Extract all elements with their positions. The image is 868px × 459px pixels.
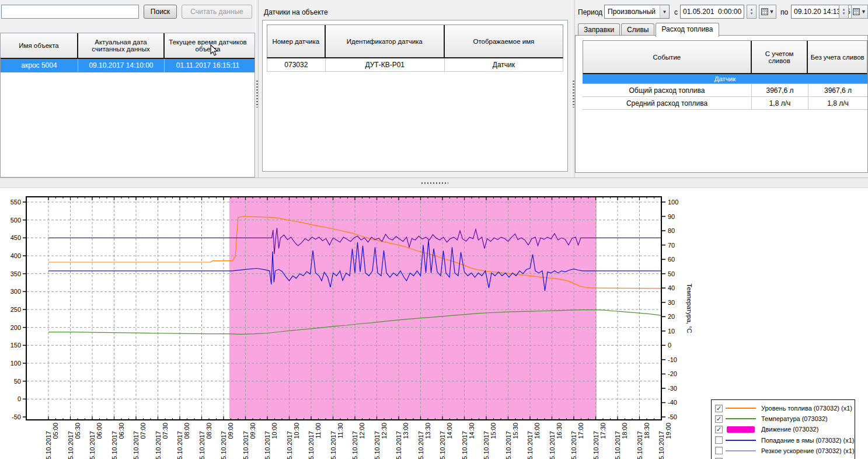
x-tick-label: 05.10.201710:00 (264, 423, 278, 459)
right-axis-title: Температура, °C (686, 283, 693, 333)
svg-text:150: 150 (11, 342, 21, 349)
with-drains-cell: 1,8 л/ч (752, 97, 808, 110)
from-calendar-button[interactable]: ▼ (759, 5, 776, 19)
object-name-cell: акрос 5004 (1, 59, 78, 72)
search-input[interactable] (1, 5, 139, 19)
x-tick-label: 05.10.201711:00 (308, 423, 322, 459)
to-date-spinner[interactable]: ▲▼ (839, 5, 849, 19)
legend-checkbox[interactable] (715, 436, 723, 444)
svg-text:-10: -10 (668, 356, 677, 363)
fuel-average-row[interactable]: Средний расход топлива 1,8 л/ч 1,8 л/ч (583, 97, 867, 110)
svg-text:100: 100 (11, 360, 21, 367)
column-header-sensor-id[interactable]: Идентификатор датчика (326, 25, 445, 57)
fuel-tab-content: Событие С учетом сливов Без учета сливов… (575, 35, 868, 173)
x-tick-label: 05.10.201707:00 (133, 423, 147, 459)
svg-text:70: 70 (668, 242, 675, 249)
x-tick-label: 05.10.201718:30 (636, 423, 650, 459)
sensors-panel: Датчики на объекте Номер датчика Идентиф… (259, 0, 571, 178)
x-tick-label: 05.10.201712:30 (374, 423, 388, 459)
chart-legend: ✓Уровень топлива (073032) (x1)✓Температу… (711, 399, 855, 459)
svg-text:100: 100 (668, 199, 678, 206)
sensor-id-cell: ДУТ-КВ-Р01 (326, 58, 445, 72)
movement-region (229, 197, 597, 419)
sensors-table-header: Номер датчика Идентификатор датчика Отоб… (267, 25, 563, 58)
legend-item: Резкое ускорение (073032) (x1) (715, 446, 851, 456)
legend-label: Резкое ускорение (073032) (x1) (759, 447, 855, 454)
tab-drains[interactable]: Сливы (621, 23, 654, 36)
svg-text:-20: -20 (668, 370, 677, 377)
legend-checkbox[interactable]: ✓ (715, 415, 723, 423)
svg-text:0: 0 (668, 342, 671, 349)
svg-text:0: 0 (18, 395, 21, 402)
column-header-object-name[interactable]: Имя объекта (1, 33, 78, 58)
x-tick-label: 05.10.201719:00 (658, 423, 672, 459)
without-drains-cell: 1,8 л/ч (808, 97, 867, 110)
svg-text:350: 350 (11, 270, 21, 277)
object-sensor-time-cell: 01.11.2017 16:15:11 (165, 59, 251, 72)
to-label: по (780, 8, 788, 16)
svg-text:90: 90 (668, 213, 675, 220)
x-tick-label: 05.10.201717:30 (592, 423, 606, 459)
tab-fuel-consumption[interactable]: Расход топлива (656, 23, 719, 37)
x-tick-label: 05.10.201706:30 (111, 423, 125, 459)
chevron-down-icon: ▼ (769, 9, 775, 15)
legend-checkbox[interactable] (715, 447, 723, 454)
chart-area: 550500450400350300250200150100500-501009… (0, 188, 868, 459)
x-tick-label: 05.10.201716:30 (549, 423, 563, 459)
legend-swatch (723, 450, 759, 451)
x-tick-label: 05.10.201714:00 (439, 423, 453, 459)
sensor-row[interactable]: 073032 ДУТ-КВ-Р01 Датчик (267, 58, 563, 72)
from-date-field[interactable]: 01.05.201 0:00:00 (680, 5, 744, 19)
x-tick-label: 05.10.201709:30 (242, 423, 256, 459)
read-data-button[interactable]: Считать данные (182, 5, 252, 19)
legend-label: Уровень топлива (073032) (x1) (759, 405, 852, 412)
objects-panel: Поиск Считать данные Имя объекта Актуаль… (0, 0, 255, 178)
svg-text:-40: -40 (668, 399, 677, 406)
legend-checkbox[interactable]: ✓ (715, 405, 723, 412)
legend-swatch (723, 418, 759, 419)
to-date-field[interactable]: 09.10.20 14:13:35 (791, 5, 861, 19)
event-cell: Общий расход топлива (583, 84, 752, 97)
tab-refuels[interactable]: Заправки (578, 23, 620, 36)
calendar-icon (761, 8, 768, 15)
x-tick-label: 05.10.201713:00 (395, 423, 409, 459)
x-tick-label: 05.10.201717:00 (570, 423, 584, 459)
splitter-handle (256, 81, 258, 107)
spinner-down-icon: ▼ (750, 12, 754, 16)
column-header-display-name[interactable]: Отображаемое имя (445, 25, 563, 57)
event-cell: Средний расход топлива (583, 97, 752, 110)
x-tick-label: 05.10.201714:30 (461, 423, 475, 459)
column-header-sensor-number[interactable]: Номер датчика (267, 25, 326, 57)
column-header-event[interactable]: Событие (583, 41, 752, 73)
spinner-down-icon: ▼ (842, 12, 846, 16)
search-button[interactable]: Поиск (144, 5, 177, 19)
svg-text:-50: -50 (668, 413, 677, 420)
svg-text:30: 30 (668, 299, 675, 306)
sensor-group-row[interactable]: Датчик (583, 74, 867, 84)
legend-checkbox[interactable]: ✓ (715, 426, 723, 433)
x-tick-label: 05.10.201707:30 (155, 423, 169, 459)
svg-text:50: 50 (14, 378, 21, 385)
column-header-sensor-time[interactable]: Текущее время датчиков объекта (165, 33, 251, 58)
to-calendar-button[interactable]: ▼ (851, 5, 868, 19)
column-header-actual-date[interactable]: Актуальная дата считанных данных (78, 33, 165, 58)
from-date-spinner[interactable]: ▲▼ (747, 5, 757, 19)
legend-swatch (723, 440, 759, 441)
legend-swatch (723, 426, 759, 433)
legend-item: Попадание в ямы (073032) (x1) (715, 435, 851, 446)
fuel-total-row[interactable]: Общий расход топлива 3967,6 л 3967,6 л (583, 84, 867, 97)
svg-text:20: 20 (668, 313, 675, 320)
column-header-without-drains[interactable]: Без учета сливов (808, 41, 867, 73)
object-row-selected[interactable]: акрос 5004 09.10.2017 14:10:00 01.11.201… (1, 59, 255, 72)
sensor-number-cell: 073032 (267, 58, 326, 72)
horizontal-splitter[interactable] (0, 178, 868, 188)
x-tick-label: 05.10.201716:00 (527, 423, 541, 459)
calendar-icon (853, 8, 860, 15)
svg-text:550: 550 (11, 199, 21, 206)
x-tick-label: 05.10.201712:00 (351, 423, 365, 459)
from-label: с (674, 8, 678, 16)
chevron-down-icon: ▼ (861, 9, 866, 15)
column-header-with-drains[interactable]: С учетом сливов (752, 41, 808, 73)
period-combobox[interactable]: Произвольный ▼ (604, 5, 670, 19)
splitter-handle (573, 81, 574, 107)
